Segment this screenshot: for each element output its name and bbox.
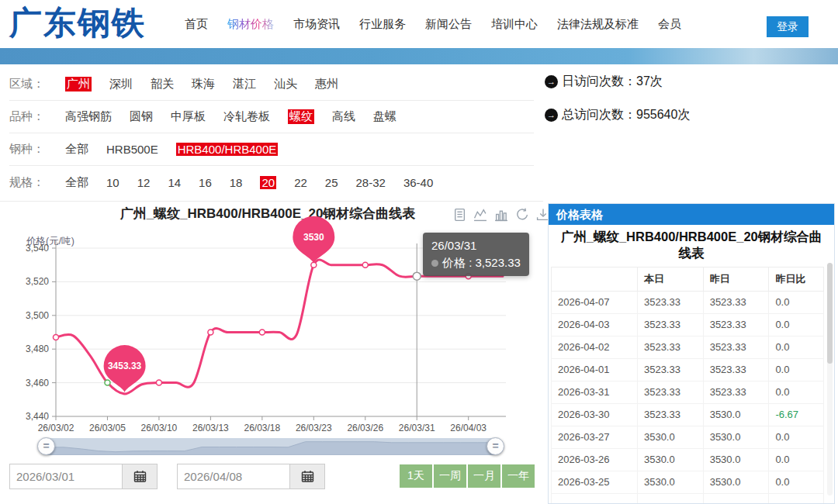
filter-label: 规格： (9, 175, 65, 190)
tooltip-value: 价格 : 3,523.33 (431, 254, 521, 271)
filter-option[interactable]: HRB400/HRB400E (176, 143, 279, 156)
nav-item-0[interactable]: 首页 (185, 17, 208, 32)
table-cell: 3523.33 (703, 291, 769, 313)
price-table: 本日昨日昨日比 2026-04-073523.333523.330.02026-… (551, 267, 824, 504)
filter-option[interactable]: 全部 (65, 142, 88, 157)
nav-item-4[interactable]: 新闻公告 (425, 17, 472, 32)
end-calendar-button[interactable] (289, 464, 325, 489)
table-scrollbar-thumb[interactable] (827, 263, 833, 364)
filter-option[interactable]: 22 (294, 176, 307, 189)
filter-option[interactable]: 20 (260, 176, 276, 189)
filter-option[interactable]: 螺纹 (288, 109, 314, 124)
table-cell: 3523.33 (703, 381, 769, 403)
nav-item-2[interactable]: 市场资讯 (293, 17, 340, 32)
filter-label: 区域： (9, 77, 65, 91)
table-cell: 0.0 (769, 358, 824, 381)
filter-option[interactable]: 18 (230, 176, 243, 189)
table-cell (552, 493, 638, 504)
datazoom-right-handle[interactable]: = (487, 437, 504, 455)
filter-option[interactable]: 12 (137, 176, 151, 189)
start-calendar-button[interactable] (122, 464, 158, 489)
table-cell: 0.0 (769, 313, 824, 336)
filter-option[interactable]: 惠州 (315, 77, 338, 91)
filter-option[interactable]: 中厚板 (171, 109, 206, 124)
filter-option[interactable]: 湛江 (233, 77, 256, 91)
datazoom-slider[interactable]: = = (47, 438, 495, 455)
svg-text:26/03/02: 26/03/02 (38, 423, 74, 433)
filter-option[interactable]: 汕头 (274, 77, 297, 91)
visit-stats: → 日访问次数： 37次 → 总访问次数： 955640次 (545, 71, 690, 138)
range-button-2[interactable]: 一月 (468, 464, 500, 488)
range-button-0[interactable]: 1天 (400, 464, 432, 488)
filter-label: 钢种： (9, 142, 65, 157)
range-button-1[interactable]: 一周 (434, 464, 466, 488)
filter-options: 全部101214161820222528-3236-40 (65, 175, 433, 190)
table-cell: -6.67 (769, 403, 824, 426)
price-table-panel: 价格表格 广州_螺纹_HRB400/HRB400E_20钢材综合曲线表 本日昨日… (548, 203, 835, 504)
filter-label: 品种： (9, 109, 65, 124)
svg-text:3,520: 3,520 (26, 276, 49, 287)
table-row: 2026-04-073523.333523.330.0 (552, 291, 824, 313)
table-cell: 3523.33 (703, 336, 769, 358)
svg-text:3,540: 3,540 (26, 243, 49, 254)
price-panel-header: 价格表格 (549, 204, 834, 225)
filter-option[interactable]: 36-40 (403, 176, 433, 189)
table-cell: 3523.33 (637, 313, 703, 336)
svg-text:26/04/03: 26/04/03 (450, 423, 487, 433)
column-header (552, 267, 638, 291)
column-header: 昨日比 (769, 267, 824, 291)
datazoom-left-handle[interactable]: = (37, 437, 55, 455)
table-row: 2026-03-253530.03530.00.0 (552, 471, 824, 493)
table-row: 2026-03-303523.333530.0-6.67 (552, 403, 824, 426)
range-button-3[interactable]: 一年 (502, 464, 535, 488)
table-cell: 3530.0 (703, 426, 769, 448)
svg-text:3,460: 3,460 (26, 378, 49, 388)
table-cell: 3523.33 (637, 381, 703, 403)
table-cell (769, 493, 824, 504)
filter-options: 高强钢筋圆钢中厚板冷轧卷板螺纹高线盘螺 (65, 109, 396, 124)
filter-option[interactable]: 高强钢筋 (65, 109, 112, 124)
filter-option[interactable]: 10 (106, 176, 119, 189)
filter-option[interactable]: 冷轧卷板 (223, 109, 270, 124)
table-cell: 0.0 (769, 426, 824, 448)
filter-option[interactable]: 28-32 (356, 176, 386, 189)
svg-text:26/03/26: 26/03/26 (347, 423, 383, 433)
table-cell (703, 493, 769, 504)
filter-option[interactable]: 广州 (65, 77, 92, 91)
filter-option[interactable]: 16 (199, 176, 212, 189)
svg-text:26/03/31: 26/03/31 (399, 423, 435, 433)
filter-row-3: 规格：全部101214161820222528-3236-40 (9, 166, 534, 198)
filter-option[interactable]: 珠海 (192, 77, 215, 91)
nav-item-6[interactable]: 法律法规及标准 (557, 17, 639, 32)
filter-option[interactable]: 圆钢 (130, 109, 153, 124)
table-scrollbar (827, 263, 833, 495)
table-cell: 3523.33 (637, 291, 703, 313)
filter-option[interactable]: 韶关 (151, 77, 174, 91)
filter-option[interactable]: 深圳 (109, 77, 133, 91)
table-cell: 0.0 (769, 381, 824, 403)
start-date-input[interactable] (9, 464, 123, 489)
login-button[interactable]: 登录 (767, 16, 809, 37)
chart-tooltip: 26/03/31 价格 : 3,523.33 (423, 233, 529, 276)
table-cell: 3530.0 (637, 448, 703, 471)
table-cell (637, 493, 703, 504)
total-visits-label: 总访问次数： (562, 107, 636, 123)
table-cell: 3530.0 (703, 471, 769, 493)
total-visits: → 总访问次数： 955640次 (545, 105, 690, 125)
filter-option[interactable]: 25 (325, 176, 338, 189)
nav-item-1[interactable]: 钢材价格 (227, 17, 274, 32)
filter-option[interactable]: 盘螺 (373, 109, 396, 124)
filter-option[interactable]: HRB500E (106, 143, 158, 156)
filter-option[interactable]: 高线 (332, 109, 355, 124)
table-cell: 3523.33 (637, 403, 703, 426)
nav-item-3[interactable]: 行业服务 (359, 17, 406, 32)
end-date-input[interactable] (177, 464, 290, 489)
filter-option[interactable]: 14 (168, 176, 181, 189)
daily-visits: → 日访问次数： 37次 (545, 71, 690, 91)
nav-item-7[interactable]: 会员 (658, 17, 681, 32)
daily-visits-value: 37次 (636, 74, 663, 90)
nav-item-5[interactable]: 培训中心 (491, 17, 538, 32)
filter-option[interactable]: 全部 (65, 175, 88, 190)
table-cell: 3530.0 (703, 448, 769, 471)
filter-panel: 区域：广州深圳韶关珠海湛江汕头惠州品种：高强钢筋圆钢中厚板冷轧卷板螺纹高线盘螺钢… (9, 68, 534, 198)
